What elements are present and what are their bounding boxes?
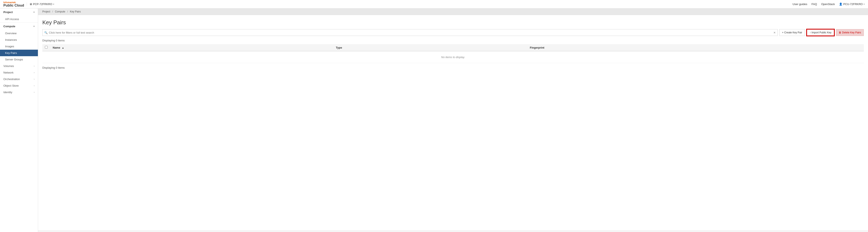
- images-label: Images: [5, 45, 14, 48]
- no-items-row: No items to display.: [42, 51, 864, 63]
- sidebar-orchestration[interactable]: Orchestration ›: [0, 76, 38, 82]
- sidebar-network[interactable]: Network ›: [0, 69, 38, 76]
- faq-link[interactable]: FAQ: [811, 3, 817, 6]
- sidebar-item-api-access[interactable]: API Access: [0, 16, 38, 23]
- topnav-left: Infomaniak Public Cloud 🖥 PCP-72FRKRO ▾: [3, 1, 54, 7]
- page-content: Key Pairs 🔍 ✕ + Create Key Pair ↑ Import…: [38, 15, 868, 230]
- search-input[interactable]: [49, 31, 773, 34]
- search-icon: 🔍: [44, 31, 48, 34]
- sidebar-project-header[interactable]: Project ▾: [0, 8, 38, 16]
- orchestration-label: Orchestration: [3, 78, 20, 81]
- th-fingerprint: Fingerprint: [527, 44, 864, 51]
- displaying-top: Displaying 0 items: [42, 39, 864, 42]
- volumes-chevron-icon: ›: [34, 65, 34, 67]
- topnav-right: User guides FAQ OpenStack 👤 PCU-72FRKRO …: [793, 3, 865, 6]
- topnav: Infomaniak Public Cloud 🖥 PCP-72FRKRO ▾ …: [0, 0, 868, 8]
- user-guides-link[interactable]: User guides: [793, 3, 807, 6]
- import-public-key-label: ↑ Import Public Key: [810, 31, 831, 34]
- breadcrumb-key-pairs: Key Pairs: [70, 10, 81, 13]
- object-store-chevron-icon: ›: [34, 84, 34, 87]
- main-content: Project / Compute / Key Pairs Key Pairs …: [38, 8, 868, 232]
- sidebar-item-key-pairs[interactable]: Key Pairs: [0, 50, 38, 56]
- delete-key-pairs-label: 🗑 Delete Key Pairs: [839, 31, 861, 34]
- network-chevron-icon: ›: [34, 71, 34, 74]
- project-selector-icon: 🖥: [29, 3, 32, 6]
- th-checkbox: [42, 44, 50, 51]
- select-all-checkbox[interactable]: [45, 46, 48, 49]
- sidebar: Project ▾ API Access Compute ▾ Overview …: [0, 8, 38, 232]
- instances-label: Instances: [5, 38, 17, 41]
- brand-logo: Infomaniak Public Cloud: [3, 1, 24, 7]
- th-type-label: Type: [336, 46, 342, 49]
- project-selector-label: PCP-72FRKRO: [33, 3, 52, 6]
- brand-top: Infomaniak: [3, 1, 24, 4]
- th-fingerprint-label: Fingerprint: [530, 46, 545, 49]
- identity-label: Identity: [3, 91, 12, 94]
- server-groups-label: Server Groups: [5, 58, 23, 61]
- search-clear-icon[interactable]: ✕: [773, 31, 776, 34]
- layout: Project ▾ API Access Compute ▾ Overview …: [0, 8, 868, 232]
- th-name-label: Name: [53, 46, 60, 49]
- brand: Infomaniak Public Cloud: [3, 1, 24, 7]
- sort-asc-icon: ▲: [62, 46, 64, 49]
- sidebar-volumes[interactable]: Volumes ›: [0, 63, 38, 69]
- sidebar-compute-header[interactable]: Compute ▾: [0, 23, 38, 30]
- api-access-label: API Access: [5, 17, 19, 21]
- project-chevron-icon: ▾: [33, 11, 34, 13]
- search-wrap: 🔍 ✕: [42, 29, 778, 36]
- identity-chevron-icon: ›: [34, 91, 34, 93]
- sidebar-item-instances[interactable]: Instances: [0, 37, 38, 43]
- compute-chevron-icon: ▾: [33, 25, 34, 28]
- user-chevron-icon: ▾: [864, 3, 865, 5]
- displaying-bottom: Displaying 0 items: [42, 66, 864, 69]
- user-icon: 👤: [839, 3, 842, 6]
- chevron-down-icon: ▾: [53, 3, 54, 5]
- breadcrumb-project[interactable]: Project: [42, 10, 50, 13]
- overview-label: Overview: [5, 32, 17, 35]
- sidebar-item-server-groups[interactable]: Server Groups: [0, 56, 38, 63]
- network-label: Network: [3, 71, 13, 74]
- th-type: Type: [333, 44, 527, 51]
- breadcrumb-sep-2: /: [67, 10, 68, 13]
- create-key-pair-label: + Create Key Pair: [782, 31, 802, 34]
- openstack-link[interactable]: OpenStack: [821, 3, 835, 6]
- create-key-pair-button[interactable]: + Create Key Pair: [779, 29, 805, 36]
- toolbar: 🔍 ✕ + Create Key Pair ↑ Import Public Ke…: [42, 29, 864, 36]
- page-title: Key Pairs: [42, 19, 864, 26]
- sidebar-object-store[interactable]: Object Store ›: [0, 82, 38, 89]
- breadcrumb: Project / Compute / Key Pairs: [38, 8, 868, 15]
- sidebar-item-overview[interactable]: Overview: [0, 30, 38, 37]
- user-menu[interactable]: 👤 PCU-72FRKRO ▾: [839, 3, 865, 6]
- sidebar-compute-label: Compute: [3, 25, 15, 28]
- brand-bottom: Public Cloud: [3, 4, 24, 7]
- breadcrumb-compute[interactable]: Compute: [55, 10, 65, 13]
- key-pairs-label: Key Pairs: [5, 51, 17, 54]
- user-label: PCU-72FRKRO: [843, 3, 863, 6]
- sidebar-item-images[interactable]: Images: [0, 43, 38, 50]
- orchestration-chevron-icon: ›: [34, 78, 34, 80]
- sidebar-identity[interactable]: Identity ›: [0, 89, 38, 95]
- breadcrumb-sep-1: /: [52, 10, 53, 13]
- sidebar-project-label: Project: [3, 10, 13, 14]
- import-public-key-button[interactable]: ↑ Import Public Key: [807, 29, 834, 36]
- project-selector[interactable]: 🖥 PCP-72FRKRO ▾: [27, 3, 54, 6]
- no-items-cell: No items to display.: [42, 51, 864, 63]
- th-name[interactable]: Name ▲: [50, 44, 333, 51]
- key-pairs-table: Name ▲ Type Fingerprint No items to disp…: [42, 44, 864, 63]
- delete-key-pairs-button[interactable]: 🗑 Delete Key Pairs: [836, 29, 864, 36]
- volumes-label: Volumes: [3, 65, 14, 68]
- object-store-label: Object Store: [3, 84, 19, 87]
